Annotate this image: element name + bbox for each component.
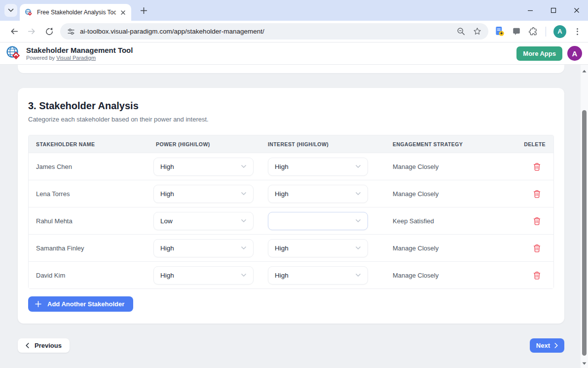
power-select[interactable]: High (153, 158, 254, 176)
table-row: Samantha Finley High High Manage Closely (29, 234, 553, 261)
section-title: 3. Stakeholder Analysis (28, 100, 554, 112)
app-header: Stakeholder Management Tool Powered by V… (0, 42, 588, 65)
chevron-down-icon (355, 164, 361, 168)
stakeholder-name: James Chen (29, 163, 153, 170)
chevron-down-icon (241, 246, 247, 250)
minimize-button[interactable] (527, 7, 534, 14)
site-settings-icon[interactable] (67, 28, 75, 36)
col-engagement-strategy: ENGAGEMENT STRATEGY (393, 141, 506, 147)
tab-close-icon[interactable] (119, 8, 127, 17)
trash-icon (533, 217, 541, 225)
url-text: ai-toolbox.visual-paradigm.com/app/stake… (80, 28, 264, 35)
power-select[interactable]: High (153, 266, 254, 285)
table-row: Rahul Mehta Low Keep Satisfied (29, 207, 553, 234)
window-controls (527, 0, 580, 21)
delete-row-button[interactable] (532, 162, 542, 172)
col-power: POWER (HIGH/LOW) (153, 141, 268, 147)
reload-button[interactable] (42, 25, 56, 39)
browser-tab[interactable]: Free Stakeholder Analysis Tool | (20, 4, 131, 21)
interest-select[interactable]: High (268, 185, 368, 203)
delete-row-button[interactable] (532, 243, 542, 253)
stakeholder-name: Lena Torres (29, 190, 153, 198)
chevron-left-icon (26, 343, 29, 348)
chevron-down-icon (355, 273, 361, 277)
chevron-right-icon (554, 343, 558, 348)
col-delete: DELETE (506, 141, 553, 147)
engagement-strategy: Manage Closely (393, 163, 506, 170)
zoom-indicator-icon[interactable] (457, 27, 465, 36)
scroll-down-arrow[interactable] (581, 360, 588, 367)
engagement-strategy: Keep Satisfied (393, 217, 506, 225)
table-row: James Chen High High Manage Closely (29, 153, 553, 180)
stakeholder-analysis-card: 3. Stakeholder Analysis Categorize each … (18, 88, 564, 324)
chevron-down-icon (355, 219, 361, 223)
chat-bubble-extension-icon[interactable] (512, 27, 521, 36)
page-scrollbar[interactable] (581, 65, 588, 368)
stakeholder-name: Rahul Mehta (29, 217, 153, 225)
interest-select[interactable]: High (268, 239, 368, 257)
table-row: Lena Torres High High Manage Closely (29, 180, 553, 207)
powered-by-text: Powered by Visual Paradigm (26, 55, 133, 61)
visual-paradigm-link[interactable]: Visual Paradigm (56, 55, 96, 61)
tab-title: Free Stakeholder Analysis Tool | (37, 9, 116, 16)
chrome-menu-icon[interactable] (574, 26, 581, 37)
delete-row-button[interactable] (532, 270, 542, 281)
chevron-down-icon (241, 273, 247, 277)
col-interest: INTEREST (HIGH/LOW) (268, 141, 393, 147)
visual-paradigm-logo (6, 45, 22, 61)
user-avatar[interactable]: A (567, 46, 582, 61)
toolbar-divider (546, 27, 546, 37)
tab-strip: Free Stakeholder Analysis Tool | (0, 0, 588, 21)
trash-icon (533, 271, 541, 280)
site-favicon-icon (25, 8, 33, 17)
chevron-down-icon (241, 219, 247, 223)
previous-button[interactable]: Previous (18, 338, 70, 353)
scrollbar-thumb[interactable] (582, 110, 587, 356)
stakeholder-name: Samantha Finley (29, 245, 153, 252)
bookmark-star-icon[interactable] (473, 27, 481, 36)
close-button[interactable] (573, 7, 580, 14)
stakeholder-table: STAKEHOLDER NAME POWER (HIGH/LOW) INTERE… (28, 135, 554, 289)
chevron-down-icon (355, 246, 361, 250)
section-subtitle: Categorize each stakeholder based on the… (28, 116, 554, 123)
extensions-puzzle-icon[interactable] (528, 27, 538, 37)
engagement-strategy: Manage Closely (393, 190, 506, 198)
delete-row-button[interactable] (532, 189, 542, 199)
power-select[interactable]: High (153, 239, 254, 257)
new-tab-button[interactable] (138, 5, 149, 16)
page-content: 3. Stakeholder Analysis Categorize each … (0, 65, 588, 368)
interest-select[interactable]: High (268, 158, 368, 176)
browser-toolbar: ai-toolbox.visual-paradigm.com/app/stake… (0, 21, 588, 42)
plus-icon (35, 301, 41, 307)
table-row: David Kim High High Manage Closely (29, 261, 553, 288)
back-button[interactable] (7, 25, 21, 39)
trash-icon (533, 163, 541, 171)
add-stakeholder-button[interactable]: Add Another Stakeholder (28, 296, 133, 312)
maximize-button[interactable] (550, 7, 557, 14)
more-apps-button[interactable]: More Apps (516, 46, 562, 61)
table-header: STAKEHOLDER NAME POWER (HIGH/LOW) INTERE… (29, 135, 553, 153)
chevron-down-icon (241, 192, 247, 196)
power-select[interactable]: Low (153, 212, 254, 230)
app-title: Stakeholder Management Tool (26, 46, 133, 54)
wizard-navigation: Previous Next (18, 338, 564, 353)
address-bar[interactable]: ai-toolbox.visual-paradigm.com/app/stake… (60, 23, 488, 40)
col-stakeholder-name: STAKEHOLDER NAME (29, 141, 153, 147)
plus-icon (141, 7, 147, 14)
trash-icon (533, 190, 541, 198)
interest-select[interactable] (268, 212, 368, 230)
scroll-up-arrow[interactable] (581, 67, 588, 75)
delete-row-button[interactable] (532, 216, 542, 226)
docs-extension-icon[interactable] (494, 26, 505, 37)
chevron-down-icon (8, 8, 14, 12)
stakeholder-name: David Kim (29, 272, 153, 279)
interest-select[interactable]: High (268, 266, 368, 285)
forward-button[interactable] (25, 25, 38, 39)
previous-section-card-edge (18, 65, 564, 73)
chrome-profile-avatar[interactable]: A (553, 25, 566, 38)
next-button[interactable]: Next (530, 338, 564, 353)
extensions-cluster: A (492, 25, 583, 38)
chevron-down-icon (355, 192, 361, 196)
power-select[interactable]: High (153, 185, 254, 203)
tab-search-button[interactable] (4, 4, 17, 17)
